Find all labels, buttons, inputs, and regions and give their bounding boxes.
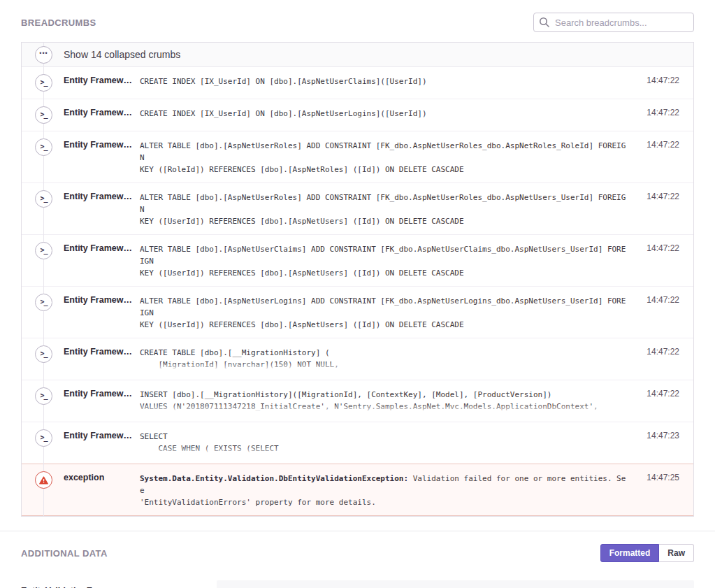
- breadcrumb-message: System.Data.Entity.Validation.DbEntityVa…: [140, 471, 629, 508]
- breadcrumb-category: Entity Framew…: [64, 345, 134, 357]
- terminal-icon: >_: [35, 190, 52, 208]
- breadcrumb-message-text: CREATE TABLE [dbo].[__MigrationHistory] …: [140, 348, 339, 373]
- breadcrumb-message-text: ALTER TABLE [dbo].[AspNetUserClaims] ADD…: [140, 245, 626, 278]
- breadcrumbs-section: BREADCRUMBS ••• Show 14 collapsed crumbs…: [0, 13, 715, 517]
- breadcrumb-message-text: ALTER TABLE [dbo].[AspNetUserLogins] ADD…: [140, 296, 626, 329]
- breadcrumb-category: Entity Framew…: [64, 242, 134, 253]
- breadcrumb-category: Entity Framew…: [64, 74, 134, 85]
- breadcrumb-message: CREATE INDEX [IX_UserId] ON [dbo].[AspNe…: [140, 106, 629, 120]
- breadcrumb-category: Entity Framew…: [64, 294, 134, 305]
- breadcrumbs-header: BREADCRUMBS: [21, 13, 694, 32]
- ellipsis-icon: •••: [35, 46, 52, 64]
- breadcrumb-category: Entity Framew…: [64, 429, 134, 440]
- breadcrumb-timestamp: 14:47:22: [636, 74, 679, 85]
- breadcrumb-row[interactable]: >_ Entity Framew… ALTER TABLE [dbo].[Asp…: [22, 131, 693, 183]
- breadcrumb-row[interactable]: >_ Entity Framew… ALTER TABLE [dbo].[Asp…: [22, 235, 693, 287]
- breadcrumb-timestamp: 14:47:25: [636, 471, 679, 482]
- breadcrumb-message-text: CREATE INDEX [IX_UserId] ON [dbo].[AspNe…: [140, 109, 427, 118]
- breadcrumb-message-text: CREATE INDEX [IX_UserId] ON [dbo].[AspNe…: [140, 77, 427, 86]
- entry-key-label: EntityValidationErrors: [21, 580, 217, 588]
- breadcrumb-icon-column: >_: [35, 387, 64, 405]
- breadcrumb-timestamp: 14:47:22: [636, 345, 679, 357]
- breadcrumb-category: Entity Framew…: [64, 106, 134, 117]
- additional-data-section: ADDITIONAL DATA Formatted Raw EntityVali…: [0, 544, 715, 588]
- breadcrumb-timestamp: 14:47:23: [636, 429, 679, 440]
- breadcrumbs-search: [533, 13, 694, 32]
- breadcrumb-timestamp: 14:47:22: [636, 138, 679, 150]
- breadcrumb-category: Entity Framew…: [64, 190, 134, 201]
- breadcrumb-icon-column: >_: [35, 471, 64, 489]
- additional-data-header: ADDITIONAL DATA Formatted Raw: [21, 544, 694, 562]
- breadcrumb-row[interactable]: >_ Entity Framew… ALTER TABLE [dbo].[Asp…: [22, 287, 693, 338]
- breadcrumb-icon-column: >_: [35, 74, 64, 92]
- breadcrumb-row[interactable]: >_ Entity Framew… ALTER TABLE [dbo].[Asp…: [22, 183, 693, 235]
- breadcrumb-message: CREATE TABLE [dbo].[__MigrationHistory] …: [140, 345, 629, 373]
- terminal-icon: >_: [35, 294, 52, 311]
- breadcrumb-timestamp: 14:47:22: [636, 190, 679, 201]
- breadcrumb-row[interactable]: >_ exception System.Data.Entity.Validati…: [22, 464, 693, 516]
- entry-value-json: { UserName: [ The UserName field is requ…: [217, 580, 694, 588]
- terminal-icon: >_: [35, 74, 52, 92]
- terminal-icon: >_: [35, 387, 52, 405]
- breadcrumb-message-text: SELECT CASE WHEN ( EXISTS (SELECT 1 AS […: [140, 432, 279, 457]
- terminal-icon: >_: [35, 106, 52, 124]
- terminal-icon: >_: [35, 138, 52, 156]
- section-divider: [0, 531, 715, 531]
- additional-data-title: ADDITIONAL DATA: [21, 548, 108, 559]
- breadcrumb-timestamp: 14:47:22: [636, 387, 679, 399]
- formatted-button[interactable]: Formatted: [600, 544, 660, 562]
- search-breadcrumbs-input[interactable]: [533, 13, 694, 32]
- additional-data-entry: EntityValidationErrors { UserName: [ The…: [21, 580, 694, 588]
- breadcrumb-message: INSERT [dbo].[__MigrationHistory]([Migra…: [140, 387, 629, 415]
- breadcrumb-category: Entity Framew…: [64, 387, 134, 399]
- breadcrumb-message: ALTER TABLE [dbo].[AspNetUserRoles] ADD …: [140, 190, 629, 227]
- breadcrumb-timestamp: 14:47:22: [636, 242, 679, 253]
- breadcrumb-icon-column: >_: [35, 294, 64, 311]
- breadcrumb-message: SELECT CASE WHEN ( EXISTS (SELECT 1 AS […: [140, 429, 629, 457]
- search-icon: [539, 17, 550, 28]
- breadcrumb-row[interactable]: >_ Entity Framew… INSERT [dbo].[__Migrat…: [22, 380, 693, 422]
- breadcrumb-icon-column: >_: [35, 190, 64, 208]
- data-view-toggle: Formatted Raw: [600, 544, 694, 562]
- breadcrumb-message-bold: System.Data.Entity.Validation.DbEntityVa…: [140, 474, 408, 483]
- show-collapsed-crumbs-button[interactable]: ••• Show 14 collapsed crumbs: [22, 43, 693, 67]
- ellipsis-dots: •••: [39, 50, 48, 59]
- breadcrumb-icon-column: >_: [35, 242, 64, 259]
- breadcrumb-message: ALTER TABLE [dbo].[AspNetUserClaims] ADD…: [140, 242, 629, 279]
- breadcrumb-icon-column: >_: [35, 138, 64, 156]
- breadcrumb-category: exception: [64, 471, 134, 482]
- breadcrumb-rows: >_ Entity Framew… CREATE INDEX [IX_UserI…: [22, 67, 693, 516]
- breadcrumb-row[interactable]: >_ Entity Framew… CREATE TABLE [dbo].[__…: [22, 338, 693, 380]
- show-collapsed-crumbs-label: Show 14 collapsed crumbs: [64, 49, 180, 60]
- breadcrumb-icon-column: >_: [35, 106, 64, 124]
- terminal-icon: >_: [35, 242, 52, 259]
- breadcrumb-category: Entity Framew…: [64, 138, 134, 150]
- breadcrumb-message: ALTER TABLE [dbo].[AspNetUserLogins] ADD…: [140, 294, 629, 331]
- breadcrumbs-title: BREADCRUMBS: [21, 17, 96, 28]
- breadcrumb-list: ••• Show 14 collapsed crumbs >_ Entity F…: [21, 42, 694, 517]
- breadcrumb-timestamp: 14:47:22: [636, 294, 679, 305]
- breadcrumb-message: CREATE INDEX [IX_UserId] ON [dbo].[AspNe…: [140, 74, 629, 87]
- terminal-icon: >_: [35, 345, 52, 363]
- breadcrumb-row[interactable]: >_ Entity Framew… SELECT CASE WHEN ( EXI…: [22, 422, 693, 464]
- breadcrumb-message-text: INSERT [dbo].[__MigrationHistory]([Migra…: [140, 390, 602, 415]
- breadcrumb-message: ALTER TABLE [dbo].[AspNetUserRoles] ADD …: [140, 138, 629, 175]
- breadcrumb-message-text: ALTER TABLE [dbo].[AspNetUserRoles] ADD …: [140, 193, 626, 226]
- raw-button[interactable]: Raw: [659, 544, 694, 562]
- exception-warning-icon: [35, 471, 52, 489]
- terminal-icon: >_: [35, 429, 52, 447]
- breadcrumb-message-text: ALTER TABLE [dbo].[AspNetUserRoles] ADD …: [140, 141, 626, 174]
- breadcrumb-icon-column: >_: [35, 429, 64, 447]
- breadcrumb-row[interactable]: >_ Entity Framew… CREATE INDEX [IX_UserI…: [22, 67, 693, 99]
- breadcrumb-timestamp: 14:47:22: [636, 106, 679, 117]
- breadcrumb-icon-column: >_: [35, 345, 64, 363]
- breadcrumb-row[interactable]: >_ Entity Framew… CREATE INDEX [IX_UserI…: [22, 99, 693, 131]
